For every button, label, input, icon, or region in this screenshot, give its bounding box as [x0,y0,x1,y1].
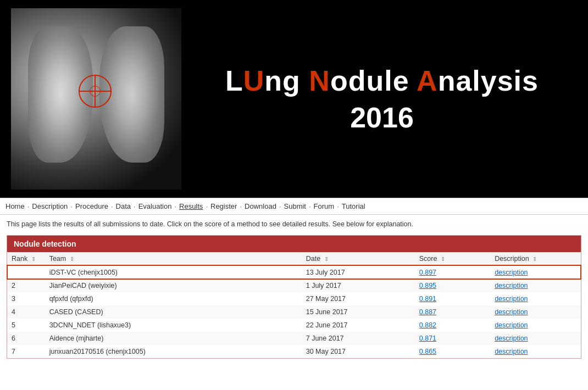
ct-scan-image [11,8,181,190]
table-row: 53DCNN_NDET (lishaxue3)22 June 20170.882… [7,319,581,332]
cell-date: 15 June 2017 [302,305,415,319]
cell-date: 13 July 2017 [302,265,415,279]
cell-team: Aidence (mjharte) [45,332,302,345]
nav-data[interactable]: Data [116,202,131,210]
nav-evaluation[interactable]: Evaluation [138,202,172,210]
table-row: iDST-VC (chenjx1005)13 July 20170.897des… [7,265,581,279]
main-content: This page lists the results of all submi… [0,215,588,363]
cell-team: iDST-VC (chenjx1005) [45,265,302,279]
nav-submit[interactable]: Submit [284,202,306,210]
cell-description[interactable]: description [490,305,581,319]
title-n: N [309,65,330,97]
cell-description[interactable]: description [490,319,581,332]
sort-desc-icon: ⇕ [532,256,537,262]
cell-description[interactable]: description [490,292,581,305]
nav-register[interactable]: Register [210,202,237,210]
cell-score[interactable]: 0.882 [415,319,490,332]
sort-date-icon: ⇕ [324,256,329,262]
sort-rank-icon: ⇕ [31,256,36,262]
nav-forum[interactable]: Forum [314,202,335,210]
score-link[interactable]: 0.865 [419,348,436,355]
description-link[interactable]: description [495,348,528,355]
cell-score[interactable]: 0.895 [415,279,490,292]
cell-score[interactable]: 0.871 [415,332,490,345]
col-date[interactable]: Date ⇕ [302,252,415,266]
cell-team: qfpxfd (qfpxfd) [45,292,302,305]
table-row: 7junxuan20170516 (chenjx1005)30 May 2017… [7,345,581,358]
nav-home[interactable]: Home [5,202,25,210]
description-link[interactable]: description [495,282,528,289]
table-row: 4CASED (CASED)15 June 20170.887descripti… [7,305,581,319]
cell-score[interactable]: 0.891 [415,292,490,305]
description-link[interactable]: description [495,321,528,329]
nodule-detection-section: Nodule detection Rank ⇕ Team ⇕ Date ⇕ [7,235,581,359]
title-lu: LUng [225,65,309,97]
hero-title-year: 2016 [192,101,572,134]
hero-section: LUng Nodule Analysis 2016 [0,0,588,198]
nav-description[interactable]: Description [32,202,68,210]
nav-download[interactable]: Download [245,202,276,210]
score-link[interactable]: 0.871 [419,335,436,342]
nav-tutorial[interactable]: Tutorial [342,202,365,210]
cell-rank: 7 [7,345,45,358]
hero-title-line1: LUng Nodule Analysis [192,64,572,98]
cell-rank: 4 [7,305,45,319]
target-crosshair [76,72,114,110]
results-table: Rank ⇕ Team ⇕ Date ⇕ Score ⇕ [7,252,581,358]
cell-description[interactable]: description [490,279,581,292]
cell-description[interactable]: description [490,345,581,358]
cell-date: 22 June 2017 [302,319,415,332]
description-link[interactable]: description [495,335,528,342]
cell-team: CASED (CASED) [45,305,302,319]
navigation-bar: Home · Description · Procedure · Data · … [0,198,588,215]
cell-rank: 2 [7,279,45,292]
description-link[interactable]: description [495,269,528,276]
table-row: 3qfpxfd (qfpxfd)27 May 20170.891descript… [7,292,581,305]
col-team[interactable]: Team ⇕ [45,252,302,266]
cell-rank [7,265,45,279]
score-link[interactable]: 0.887 [419,308,436,316]
score-link[interactable]: 0.897 [419,269,436,276]
table-header-row: Rank ⇕ Team ⇕ Date ⇕ Score ⇕ [7,252,581,266]
cell-description[interactable]: description [490,332,581,345]
cell-date: 1 July 2017 [302,279,415,292]
score-link[interactable]: 0.895 [419,282,436,289]
cell-team: 3DCNN_NDET (lishaxue3) [45,319,302,332]
sort-score-icon: ⇕ [441,256,445,262]
cell-rank: 3 [7,292,45,305]
description-link[interactable]: description [495,308,528,316]
cell-rank: 6 [7,332,45,345]
title-nalysis: nalysis [438,65,539,97]
cell-team: JianPeiCAD (weiyixie) [45,279,302,292]
description-link[interactable]: description [495,295,528,303]
page-description: This page lists the results of all submi… [7,219,581,230]
sort-team-icon: ⇕ [70,256,74,262]
hero-title-block: LUng Nodule Analysis 2016 [192,64,588,133]
cell-team: junxuan20170516 (chenjx1005) [45,345,302,358]
col-rank[interactable]: Rank ⇕ [7,252,45,266]
cell-score[interactable]: 0.865 [415,345,490,358]
score-link[interactable]: 0.891 [419,295,436,303]
nav-results[interactable]: Results [179,202,203,210]
cell-date: 30 May 2017 [302,345,415,358]
section-title: Nodule detection [7,236,581,252]
table-row: 6Aidence (mjharte)7 June 20170.871descri… [7,332,581,345]
cell-rank: 5 [7,319,45,332]
title-odule: odule [330,65,417,97]
cell-score[interactable]: 0.887 [415,305,490,319]
cell-description[interactable]: description [490,265,581,279]
cell-score[interactable]: 0.897 [415,265,490,279]
col-score[interactable]: Score ⇕ [415,252,490,266]
col-description[interactable]: Description ⇕ [490,252,581,266]
cell-date: 7 June 2017 [302,332,415,345]
score-link[interactable]: 0.882 [419,321,436,329]
cell-date: 27 May 2017 [302,292,415,305]
title-a: A [417,65,438,97]
table-row: 2JianPeiCAD (weiyixie)1 July 20170.895de… [7,279,581,292]
nav-procedure[interactable]: Procedure [75,202,108,210]
